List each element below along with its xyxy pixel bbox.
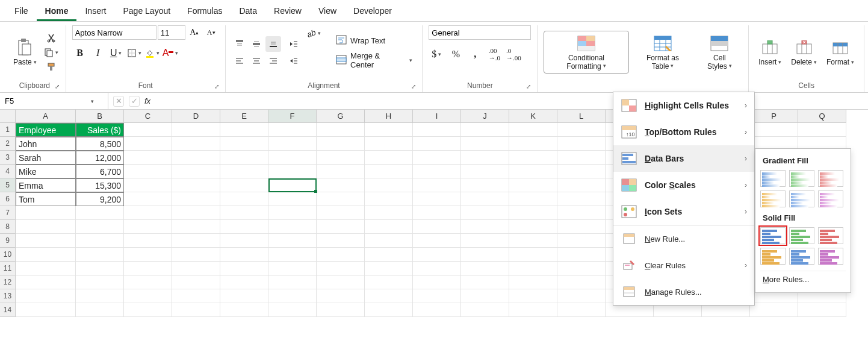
- cell-B2[interactable]: 8,500: [76, 137, 124, 151]
- row-header-10[interactable]: 10: [0, 248, 16, 262]
- delete-cells-button[interactable]: Delete▾: [787, 36, 820, 69]
- cell-I12[interactable]: [413, 275, 461, 289]
- fill-color-button[interactable]: ▾: [144, 46, 160, 60]
- cell-L14[interactable]: [557, 303, 606, 317]
- percent-button[interactable]: %: [448, 47, 463, 61]
- cell-E5[interactable]: [220, 178, 268, 192]
- cell-J11[interactable]: [461, 262, 509, 275]
- cell-E13[interactable]: [220, 289, 268, 303]
- data-bar-swatch[interactable]: [818, 190, 843, 207]
- cell-I5[interactable]: [413, 178, 461, 192]
- cell-I6[interactable]: [413, 192, 461, 206]
- cell-F14[interactable]: [268, 303, 317, 317]
- cell-I1[interactable]: [413, 123, 461, 137]
- cell-C1[interactable]: [124, 123, 172, 137]
- cell-J13[interactable]: [461, 289, 509, 303]
- cell-D8[interactable]: [172, 220, 220, 234]
- borders-button[interactable]: ▾: [126, 46, 142, 60]
- cell-E7[interactable]: [220, 206, 268, 220]
- row-header-3[interactable]: 3: [0, 151, 16, 165]
- cell-J1[interactable]: [461, 123, 509, 137]
- cell-E10[interactable]: [220, 248, 268, 262]
- number-launcher[interactable]: ⤢: [526, 83, 531, 90]
- align-left-button[interactable]: [232, 53, 247, 69]
- font-launcher[interactable]: ⤢: [214, 83, 219, 90]
- cell-I4[interactable]: [413, 165, 461, 178]
- cell-K13[interactable]: [509, 289, 557, 303]
- cell-E3[interactable]: [220, 151, 268, 165]
- cell-H12[interactable]: [365, 275, 413, 289]
- format-cells-button[interactable]: Format▾: [823, 36, 858, 69]
- cell-J3[interactable]: [461, 151, 509, 165]
- cell-G7[interactable]: [317, 206, 365, 220]
- cell-I13[interactable]: [413, 289, 461, 303]
- cell-H7[interactable]: [365, 206, 413, 220]
- number-format-select[interactable]: [429, 25, 531, 40]
- cell-F5[interactable]: [268, 178, 317, 192]
- cell-H14[interactable]: [365, 303, 413, 317]
- tab-developer[interactable]: Developer: [345, 2, 400, 21]
- cell-B11[interactable]: [76, 262, 124, 275]
- select-all-corner[interactable]: [0, 110, 16, 123]
- alignment-launcher[interactable]: ⤢: [411, 83, 416, 90]
- cf-highlight-cells-rules[interactable]: HHighlight Cells Rulesighlight Cells Rul…: [613, 92, 754, 119]
- cell-G10[interactable]: [317, 248, 365, 262]
- insert-cells-button[interactable]: Insert▾: [755, 36, 785, 69]
- cell-P14[interactable]: [750, 303, 798, 317]
- cell-G6[interactable]: [317, 192, 365, 206]
- align-middle-button[interactable]: [249, 36, 264, 52]
- cell-G5[interactable]: [317, 178, 365, 192]
- cell-L11[interactable]: [557, 262, 606, 275]
- cell-B6[interactable]: 9,200: [76, 192, 124, 206]
- cell-L10[interactable]: [557, 248, 606, 262]
- tab-file[interactable]: File: [6, 2, 37, 21]
- cell-E4[interactable]: [220, 165, 268, 178]
- cf-clear-rules[interactable]: Clear Rules ›: [613, 252, 754, 278]
- cell-B7[interactable]: [76, 206, 124, 220]
- cell-H3[interactable]: [365, 151, 413, 165]
- cell-A1[interactable]: Employee: [16, 123, 76, 137]
- cell-P1[interactable]: [750, 123, 798, 137]
- cell-L12[interactable]: [557, 275, 606, 289]
- cell-E11[interactable]: [220, 262, 268, 275]
- cell-D14[interactable]: [172, 303, 220, 317]
- decrease-decimal-button[interactable]: .0→.00: [506, 47, 521, 61]
- enter-formula-button[interactable]: ✓: [129, 96, 140, 107]
- col-header-J[interactable]: J: [461, 110, 509, 123]
- cell-C9[interactable]: [124, 234, 172, 248]
- formula-input[interactable]: [155, 96, 863, 105]
- cf-manage-rules[interactable]: Manage Rules...: [613, 278, 754, 305]
- cell-L8[interactable]: [557, 220, 606, 234]
- data-bar-swatch[interactable]: [818, 248, 843, 265]
- tab-home[interactable]: Home: [37, 2, 77, 21]
- cell-K3[interactable]: [509, 151, 557, 165]
- cell-B8[interactable]: [76, 220, 124, 234]
- col-header-I[interactable]: I: [413, 110, 461, 123]
- cell-F12[interactable]: [268, 275, 317, 289]
- cell-H6[interactable]: [365, 192, 413, 206]
- row-header-1[interactable]: 1: [0, 123, 16, 137]
- cell-C7[interactable]: [124, 206, 172, 220]
- cut-button[interactable]: [43, 31, 60, 45]
- col-header-C[interactable]: C: [124, 110, 172, 123]
- cancel-formula-button[interactable]: ✕: [113, 96, 124, 107]
- cell-I10[interactable]: [413, 248, 461, 262]
- cell-B9[interactable]: [76, 234, 124, 248]
- row-header-4[interactable]: 4: [0, 165, 16, 178]
- tab-insert[interactable]: Insert: [76, 2, 114, 21]
- cell-D11[interactable]: [172, 262, 220, 275]
- wrap-text-button[interactable]: Wrap Text: [332, 34, 416, 48]
- cell-F6[interactable]: [268, 192, 317, 206]
- cell-G12[interactable]: [317, 275, 365, 289]
- cell-A5[interactable]: Emma: [16, 178, 76, 192]
- cell-B14[interactable]: [76, 303, 124, 317]
- cell-G9[interactable]: [317, 234, 365, 248]
- cell-F2[interactable]: [268, 137, 317, 151]
- col-header-A[interactable]: A: [16, 110, 76, 123]
- font-size-select[interactable]: [158, 25, 185, 40]
- row-header-7[interactable]: 7: [0, 206, 16, 220]
- tab-review[interactable]: Review: [265, 2, 310, 21]
- accounting-button[interactable]: $▾: [429, 47, 444, 61]
- clipboard-launcher[interactable]: ⤢: [55, 83, 60, 90]
- cell-J12[interactable]: [461, 275, 509, 289]
